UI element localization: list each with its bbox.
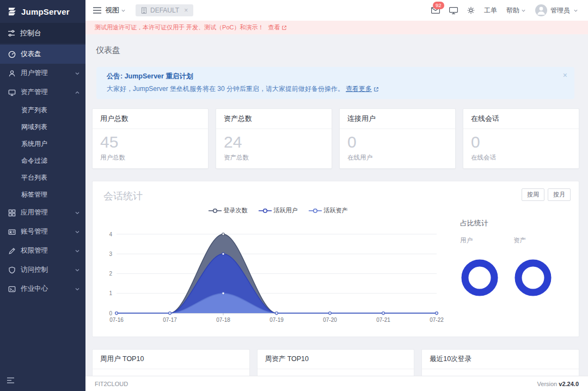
- stat-title: 用户总数: [93, 109, 208, 129]
- stat-value: 24: [224, 133, 324, 152]
- ratio-title: 占比统计: [460, 218, 568, 228]
- stat-card-users-total: 用户总数 45 用户总数: [92, 108, 209, 169]
- help-menu[interactable]: 帮助: [506, 6, 526, 15]
- sidebar-item-label: 仪表盘: [21, 50, 41, 59]
- chevron-up-icon: [75, 90, 80, 95]
- sidebar-collapse-icon[interactable]: [7, 376, 15, 386]
- chevron-down-icon: [521, 8, 526, 13]
- stat-value: 0: [347, 133, 448, 152]
- svg-text:0: 0: [109, 310, 112, 316]
- donut-chart: [513, 258, 553, 297]
- ticket-menu[interactable]: 工单: [484, 6, 497, 15]
- session-statistics-card: 会话统计 按周 按月 登录次数活跃用户活跃资产 0123407-1607-170…: [92, 181, 579, 337]
- sidebar-item-accounts[interactable]: 账号管理: [0, 222, 85, 241]
- sidebar-subitem[interactable]: 平台列表: [0, 169, 85, 186]
- ticket-menu-label: 工单: [484, 6, 497, 15]
- sidebar-item-dashboard[interactable]: 仪表盘: [0, 45, 85, 64]
- sidebar-item-permissions[interactable]: 权限管理: [0, 241, 85, 260]
- sidebar-item-label: 账号管理: [21, 227, 48, 236]
- svg-text:07-19: 07-19: [270, 317, 284, 323]
- donut-chart: [460, 258, 499, 297]
- announcement-banner: 公告: JumpServer 重启计划 大家好，JumpServer 堡垒机服务…: [96, 67, 574, 99]
- announcement-more-link[interactable]: 查看更多: [346, 84, 372, 94]
- external-link-icon: [373, 87, 379, 92]
- version-label: Version: [537, 381, 558, 387]
- announcement-close-icon[interactable]: ×: [563, 71, 567, 80]
- avatar: [535, 4, 547, 16]
- sidebar-section-console[interactable]: 控制台: [0, 23, 85, 44]
- empty-data-text: 暂无数据: [93, 369, 249, 376]
- recent-logins-card: 最近10次登录 暂无数据: [421, 349, 579, 376]
- sidebar-item-label: 权限管理: [21, 246, 48, 255]
- org-selector[interactable]: DEFAULT ×: [136, 4, 193, 16]
- svg-text:4: 4: [109, 231, 112, 237]
- view-menu[interactable]: 视图: [105, 5, 126, 15]
- version-number: v2.24.0: [559, 381, 579, 387]
- sidebar-toggle-icon[interactable]: [93, 7, 101, 14]
- chevron-down-icon: [75, 229, 80, 235]
- stat-card-online-sessions: 在线会话 0 在线会话: [463, 108, 579, 169]
- sidebar-subitem[interactable]: 命令过滤: [0, 152, 85, 169]
- legend-marker-icon: [309, 208, 322, 213]
- session-line-chart: 0123407-1607-1707-1807-1907-2007-2107-22: [103, 218, 452, 325]
- apps-icon: [8, 209, 16, 217]
- legend-item[interactable]: 活跃资产: [309, 206, 348, 215]
- weekly-users-top10-card: 周用户 TOP10 暂无数据: [92, 349, 250, 376]
- user-menu[interactable]: 管理员: [535, 4, 578, 16]
- dashboard-icon: [8, 51, 16, 58]
- sidebar-item-acl[interactable]: 访问控制: [0, 260, 85, 279]
- stat-card-connected-users: 连接用户 0 在线用户: [339, 108, 456, 169]
- sidebar-subitem[interactable]: 系统用户: [0, 136, 85, 152]
- acl-icon: [8, 266, 16, 274]
- stat-title: 连接用户: [340, 109, 455, 129]
- donut-col: 用户: [460, 236, 499, 297]
- messages-button[interactable]: 92: [431, 7, 440, 14]
- sidebar-subitem[interactable]: 标签管理: [0, 186, 85, 203]
- sidebar-item-assets[interactable]: 资产管理: [0, 83, 85, 102]
- users-icon: [8, 70, 16, 77]
- sidebar-subitem[interactable]: 网域列表: [0, 119, 85, 136]
- chevron-down-icon: [75, 267, 80, 273]
- jumpserver-logo-icon: [7, 6, 17, 17]
- org-clear-icon[interactable]: ×: [184, 7, 188, 14]
- monitor-icon: [449, 7, 458, 14]
- period-week-button[interactable]: 按周: [522, 188, 544, 201]
- logo[interactable]: JumpServer: [0, 0, 85, 23]
- stats-row: 用户总数 45 用户总数 资产总数 24 资产总数 连接用户: [92, 108, 579, 169]
- sidebar-subitem[interactable]: 资产列表: [0, 102, 85, 119]
- ratio-panel: 占比统计 用户资产: [452, 205, 568, 325]
- info-card-title: 最近10次登录: [422, 350, 579, 369]
- content: 仪表盘 公告: JumpServer 重启计划 大家好，JumpServer 堡…: [85, 34, 588, 376]
- license-view-link[interactable]: 查看: [268, 23, 280, 32]
- donut-label: 资产: [513, 236, 553, 245]
- period-month-button[interactable]: 按月: [548, 188, 571, 201]
- info-card-title: 周资产 TOP10: [258, 350, 414, 369]
- empty-data-text: 暂无数据: [258, 369, 414, 376]
- legend-label: 活跃用户: [274, 206, 298, 215]
- accounts-icon: [8, 228, 16, 236]
- app-window: JumpServer 控制台 仪表盘用户管理资产管理资产列表网域列表系统用户命令…: [0, 0, 588, 391]
- console-icon: [8, 29, 15, 37]
- svg-text:3: 3: [109, 251, 112, 256]
- view-menu-label: 视图: [105, 5, 119, 15]
- svg-text:07-22: 07-22: [430, 317, 444, 323]
- chart-title: 会话统计: [103, 190, 568, 203]
- settings-button[interactable]: [467, 7, 475, 14]
- chevron-down-icon: [573, 8, 578, 13]
- legend-item[interactable]: 登录次数: [209, 206, 248, 215]
- legend-item[interactable]: 活跃用户: [259, 206, 298, 215]
- stat-value: 0: [471, 133, 571, 152]
- stat-card-assets-total: 资产总数 24 资产总数: [216, 108, 332, 169]
- sidebar-item-users[interactable]: 用户管理: [0, 64, 85, 83]
- announcement-prefix: 公告:: [107, 72, 122, 80]
- web-terminal-button[interactable]: [449, 7, 458, 14]
- sidebar-item-apps[interactable]: 应用管理: [0, 203, 85, 222]
- empty-data-text: 暂无数据: [422, 369, 579, 376]
- legend-label: 登录次数: [224, 206, 248, 215]
- license-banner: 测试用途许可证，本许可证仅用于 开发、测试（PoC）和演示！ 查看: [85, 21, 588, 34]
- legend-label: 活跃资产: [324, 206, 348, 215]
- chevron-down-icon: [75, 286, 80, 292]
- sidebar-item-jobs[interactable]: 作业中心: [0, 279, 85, 298]
- legend-marker-icon: [259, 208, 272, 213]
- sidebar-item-label: 作业中心: [21, 284, 48, 294]
